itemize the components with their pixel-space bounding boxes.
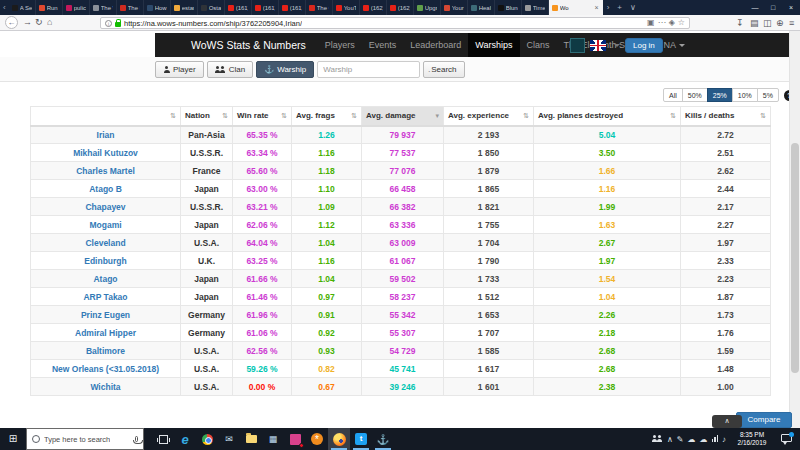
ship-link[interactable]: Wichita bbox=[31, 378, 181, 396]
browser-tab[interactable]: Your bbox=[441, 0, 468, 15]
ship-link[interactable]: Mogami bbox=[31, 216, 181, 234]
scrollbar-thumb[interactable] bbox=[791, 143, 799, 373]
sidebar-icon[interactable]: ◫ bbox=[763, 17, 772, 29]
ship-link[interactable]: New Orleans (<31.05.2018) bbox=[31, 360, 181, 378]
onedrive-icon[interactable]: ☁ bbox=[700, 435, 708, 444]
bookmark-star-icon[interactable]: ☆ bbox=[678, 18, 685, 28]
nav-square-icon[interactable] bbox=[570, 38, 585, 53]
browser-tab[interactable]: The C bbox=[306, 0, 333, 15]
site-brand[interactable]: WoWS Stats & Numbers bbox=[191, 39, 306, 51]
extensions-icon[interactable]: ⊕ bbox=[776, 17, 784, 29]
people-icon[interactable] bbox=[652, 435, 663, 444]
library-icon[interactable]: ▤ bbox=[750, 17, 759, 29]
chevron-up-icon[interactable]: ∧ bbox=[667, 435, 673, 444]
browser-tab[interactable]: estar bbox=[171, 0, 198, 15]
browser-tab[interactable]: (161) bbox=[252, 0, 279, 15]
nav-item-players[interactable]: Players bbox=[318, 33, 362, 57]
cloud-icon[interactable]: ☁ bbox=[688, 435, 696, 444]
taskbar-search-box[interactable]: Type here to search bbox=[26, 428, 144, 450]
ship-link[interactable]: Atago bbox=[31, 270, 181, 288]
tab-overflow-icon[interactable]: › bbox=[603, 0, 614, 15]
browser-tab[interactable]: How t bbox=[144, 0, 171, 15]
tab-scroll-left-icon[interactable]: ‹ bbox=[0, 0, 9, 15]
browser-tab[interactable]: (162) bbox=[387, 0, 414, 15]
browser-home-button[interactable]: ⌂ bbox=[47, 16, 52, 29]
ship-link[interactable]: Cleveland bbox=[31, 234, 181, 252]
filter-button-10pct[interactable]: 10% bbox=[732, 88, 758, 102]
ship-link[interactable]: Prinz Eugen bbox=[31, 306, 181, 324]
browser-tab[interactable]: The B bbox=[117, 0, 144, 15]
column-header-kills-deaths[interactable]: Kills / deaths⇅ bbox=[681, 107, 771, 126]
login-button[interactable]: Log in bbox=[625, 38, 663, 53]
ship-link[interactable]: Irian bbox=[31, 126, 181, 144]
start-button[interactable]: ⊞ bbox=[0, 428, 26, 450]
column-header-avg-frags[interactable]: Avg. frags⇅ bbox=[292, 107, 362, 126]
warship-search-tab[interactable]: ⚓ Warship bbox=[256, 61, 314, 78]
chrome-icon[interactable] bbox=[196, 428, 218, 450]
browser-tab[interactable]: pulic bbox=[63, 0, 90, 15]
column-header-avg-damage[interactable]: Avg. damage▾ bbox=[362, 107, 444, 126]
browser-tab[interactable]: Blund bbox=[495, 0, 522, 15]
page-actions-icon[interactable]: ⋯ bbox=[658, 18, 666, 28]
ship-link[interactable]: Mikhail Kutuzov bbox=[31, 144, 181, 162]
clan-search-tab[interactable]: Clan bbox=[207, 61, 253, 78]
column-header-nation[interactable]: Nation⇅ bbox=[181, 107, 233, 126]
browser-tab[interactable]: Run a bbox=[36, 0, 63, 15]
language-flag-uk-icon[interactable] bbox=[590, 40, 606, 51]
filter-button-50pct[interactable]: 50% bbox=[682, 88, 708, 102]
ship-link[interactable]: Atago B bbox=[31, 180, 181, 198]
container-icon[interactable]: ▣ bbox=[647, 18, 655, 28]
file-explorer-icon[interactable] bbox=[240, 428, 262, 450]
task-view-icon[interactable] bbox=[152, 428, 174, 450]
window-minimize-button[interactable]: — bbox=[746, 0, 764, 15]
ship-link[interactable]: Edinburgh bbox=[31, 252, 181, 270]
browser-tab[interactable]: Ostar bbox=[198, 0, 225, 15]
page-scrollbar[interactable] bbox=[789, 31, 800, 428]
nav-item-events[interactable]: Events bbox=[362, 33, 404, 57]
player-search-tab[interactable]: Player bbox=[155, 61, 204, 78]
firefox-icon[interactable] bbox=[328, 428, 350, 450]
tab-list-dropdown-icon[interactable]: ∨ bbox=[626, 0, 640, 15]
ship-link[interactable]: Chapayev bbox=[31, 198, 181, 216]
column-header-win-rate[interactable]: Win rate⇅ bbox=[233, 107, 292, 126]
column-header[interactable]: ⇅ bbox=[31, 107, 181, 126]
microphone-icon[interactable] bbox=[135, 436, 138, 442]
ship-link[interactable]: Admiral Hipper bbox=[31, 324, 181, 342]
ship-link[interactable]: Charles Martel bbox=[31, 162, 181, 180]
nav-item-warships[interactable]: Warships bbox=[468, 33, 519, 57]
mail-icon[interactable]: ✉ bbox=[218, 428, 240, 450]
filter-button-25pct[interactable]: 25% bbox=[707, 88, 733, 102]
browser-tab[interactable]: YouTu bbox=[333, 0, 360, 15]
gear-app-icon[interactable]: * bbox=[306, 428, 328, 450]
compare-button[interactable]: Compare bbox=[736, 412, 792, 428]
ship-link[interactable]: ARP Takao bbox=[31, 288, 181, 306]
browser-tab[interactable]: (161) bbox=[279, 0, 306, 15]
calculator-icon[interactable]: ▦ bbox=[262, 428, 284, 450]
photos-icon[interactable] bbox=[284, 428, 306, 450]
browser-tab[interactable]: (161) bbox=[225, 0, 252, 15]
warship-search-input[interactable] bbox=[317, 61, 420, 78]
signal-icon[interactable] bbox=[712, 435, 719, 444]
action-center-icon[interactable] bbox=[781, 434, 792, 442]
browser-tab[interactable]: (162) bbox=[360, 0, 387, 15]
filter-button-all[interactable]: All bbox=[663, 88, 683, 102]
browser-back-button[interactable]: ← bbox=[5, 16, 18, 29]
tab-close-icon[interactable]: × bbox=[595, 0, 599, 15]
browser-tab[interactable]: Healt bbox=[468, 0, 495, 15]
shield-icon[interactable]: ◈ bbox=[669, 18, 675, 28]
download-icon[interactable]: ↧ bbox=[736, 17, 744, 29]
browser-reload-button[interactable]: ↻ bbox=[35, 16, 43, 29]
pen-icon[interactable]: ✎ bbox=[677, 435, 684, 444]
menu-hamburger-icon[interactable]: ≡ bbox=[789, 17, 794, 29]
browser-tab[interactable]: Time bbox=[522, 0, 549, 15]
nav-item-clans[interactable]: Clans bbox=[520, 33, 557, 57]
nav-item-leaderboard[interactable]: Leaderboard bbox=[403, 33, 468, 57]
edge-icon[interactable]: e bbox=[174, 428, 196, 450]
browser-tab[interactable]: Wo× bbox=[549, 0, 603, 15]
filter-button-5pct[interactable]: 5% bbox=[757, 88, 779, 102]
new-tab-button[interactable]: + bbox=[613, 0, 626, 15]
window-close-button[interactable]: × bbox=[782, 0, 800, 15]
wows-anchor-icon[interactable]: ⚓ bbox=[372, 428, 394, 450]
scroll-to-top-button[interactable]: ∧ bbox=[712, 415, 742, 428]
browser-tab[interactable]: The W bbox=[90, 0, 117, 15]
